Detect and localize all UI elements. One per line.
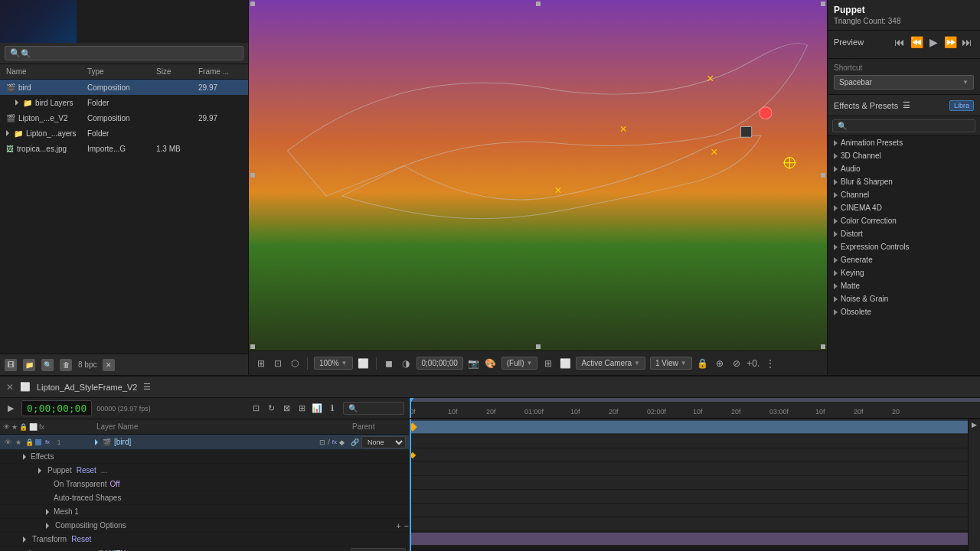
timecode-display[interactable]: 0;00;00;00	[21, 400, 92, 416]
viewer-3d-icon[interactable]: ⬡	[289, 357, 301, 370]
timeline-menu-icon[interactable]: ☰	[143, 382, 151, 392]
layer-solo-1[interactable]: ★	[14, 438, 23, 447]
tl-graph-icon[interactable]: 📊	[311, 403, 323, 415]
ruler-mark-320: 20f	[854, 408, 864, 416]
effects-item-obsolete[interactable]: Obsolete	[828, 305, 980, 318]
viewer-fit-icon[interactable]: ⬜	[358, 357, 370, 370]
effects-item-expression-controls[interactable]: Expression Controls	[828, 240, 980, 253]
transform-expand-arrow[interactable]	[23, 536, 26, 543]
effects-item-generate[interactable]: Generate	[828, 253, 980, 266]
puppet-reset-btn[interactable]: Reset	[77, 466, 96, 474]
effects-item-3d-channel[interactable]: 3D Channel	[828, 149, 980, 162]
viewer-snap-icon[interactable]: ⊕	[714, 357, 726, 370]
effects-item-color-correction[interactable]: Color Correction	[828, 214, 980, 227]
project-search-input[interactable]	[21, 49, 238, 58]
search-icon-bottom[interactable]: 🔍	[41, 359, 54, 371]
effects-item-noise-grain[interactable]: Noise & Grain	[828, 292, 980, 305]
file-row-bird[interactable]: 🎬 bird Composition 29.97	[0, 80, 248, 95]
file-row-lipton-layers[interactable]: 📁 Lipton_...ayers Folder	[0, 126, 248, 141]
track-2[interactable]	[410, 531, 980, 546]
effects-item-distort[interactable]: Distort	[828, 227, 980, 240]
preview-step-back[interactable]: ⏪	[910, 35, 923, 49]
effects-expand-arrow[interactable]	[23, 454, 26, 460]
layer-lock-1[interactable]: 🔒	[24, 438, 34, 447]
puppet-more-btn[interactable]: ...	[101, 466, 107, 474]
timeline-close-btn[interactable]: ✕	[6, 382, 14, 393]
viewer-options-icon[interactable]: ⋮	[764, 357, 776, 370]
puppet-expand-arrow[interactable]	[38, 468, 41, 474]
effects-item-blur-sharpen[interactable]: Blur & Sharpen	[828, 175, 980, 188]
quality-arrow: ▼	[527, 360, 533, 367]
tl-grid-icon[interactable]: ⊞	[296, 403, 308, 415]
timecode-display-viewer[interactable]: 0;00;00;00	[416, 357, 463, 370]
layer-keyframe-1[interactable]: ◆	[339, 439, 345, 446]
tl-info-icon[interactable]: ℹ	[326, 403, 338, 415]
tl-icon-play[interactable]: ▶	[5, 403, 17, 415]
layer-fx-1[interactable]: fx	[43, 438, 52, 447]
viewer-mask-icon[interactable]: ⊘	[730, 357, 743, 370]
trash-icon[interactable]: 🗑	[60, 359, 72, 371]
file-icon-bird: 🎬	[6, 83, 15, 92]
viewer-lock-icon[interactable]: 🔒	[697, 357, 709, 370]
new-composition-icon[interactable]: 🎞	[5, 359, 17, 371]
tl-align-icon[interactable]: ⊠	[280, 403, 292, 415]
effects-item-cinema4d[interactable]: CINEMA 4D	[828, 201, 980, 214]
effects-item-animation-presets[interactable]: Animation Presets	[828, 136, 980, 149]
layer-row-1[interactable]: 👁 ★ 🔒 fx 1 🎬 [bird] ⊡ /	[0, 435, 409, 450]
preview-skip-to-end[interactable]: ⏭	[960, 35, 974, 49]
file-row-bird-layers[interactable]: 📁 bird Layers Folder	[0, 95, 248, 110]
tl-puppet-icon[interactable]: ⊡	[250, 403, 262, 415]
preview-step-fwd[interactable]: ⏩	[943, 35, 957, 49]
comp-options-add-btn[interactable]: +	[396, 521, 400, 530]
comp-options-expand[interactable]	[46, 523, 49, 529]
on-transparent-value[interactable]: Off	[109, 480, 119, 488]
layer-fx-badge-1[interactable]: fx	[332, 439, 337, 446]
timeline-search-input[interactable]	[343, 402, 404, 415]
effects-item-channel[interactable]: Channel	[828, 188, 980, 201]
layer-parent-dropdown-2[interactable]: None	[351, 548, 406, 552]
viewer-trans-icon[interactable]: ⬜	[559, 357, 571, 370]
timeline-tracks: ▶	[410, 419, 980, 551]
shortcut-dropdown[interactable]: Spacebar ▼	[834, 75, 974, 90]
layer-parent-dropdown-1[interactable]: None	[361, 436, 406, 448]
layer-switch-1[interactable]: ⊡	[319, 439, 325, 446]
effects-item-audio[interactable]: Audio	[828, 162, 980, 175]
viewer-camera-snap-icon[interactable]: 📷	[468, 357, 480, 370]
effects-search-input[interactable]	[832, 119, 975, 132]
viewer-dots-icon[interactable]: +0.	[747, 357, 760, 370]
layer-row-2[interactable]: 👁 ★ 🔒 2 🎬 WITH... /	[0, 546, 409, 551]
zoom-dropdown[interactable]: 100% ▼	[314, 357, 353, 370]
layer-vis-1[interactable]: 👁	[3, 438, 12, 447]
viewer-color-manage-icon[interactable]: 🎨	[485, 357, 497, 370]
active-camera-dropdown[interactable]: Active Camera ▼	[576, 357, 645, 370]
viewer-safety-icon[interactable]: ⊡	[272, 357, 284, 370]
comp-options-minus-btn[interactable]: −	[404, 521, 409, 530]
viewer-exposure-icon[interactable]: ◑	[400, 357, 412, 370]
3d-channel-label: 3D Channel	[841, 152, 881, 160]
library-badge[interactable]: Libra	[949, 100, 974, 111]
quality-dropdown[interactable]: (Full) ▼	[501, 357, 538, 370]
preview-skip-to-start[interactable]: ⏮	[893, 35, 906, 49]
file-frame-bird-layers	[195, 102, 245, 103]
mesh1-expand-arrow[interactable]	[46, 509, 49, 515]
track-1[interactable]	[410, 419, 980, 435]
viewer-region-icon[interactable]: ⊞	[542, 357, 554, 370]
view-count-dropdown[interactable]: 1 View ▼	[650, 357, 692, 370]
preview-play[interactable]: ▶	[926, 35, 940, 49]
viewer-alpha-icon[interactable]: ◼	[383, 357, 395, 370]
tl-rotate-icon[interactable]: ↻	[265, 403, 277, 415]
effects-item-matte[interactable]: Matte	[828, 279, 980, 292]
work-area-bar[interactable]	[410, 398, 980, 402]
layer-expand-1[interactable]	[95, 439, 98, 445]
viewer-grid-icon[interactable]: ⊞	[255, 357, 267, 370]
file-row-lipton-v2[interactable]: 🎬 Lipton_...e_V2 Composition 29.97	[0, 110, 248, 126]
preview-section: Preview ⏮ ⏪ ▶ ⏩ ⏭	[828, 31, 980, 59]
puppet-triangle-count: Triangle Count: 348	[834, 17, 974, 25]
effects-item-keying[interactable]: Keying	[828, 266, 980, 279]
layer-motion-1[interactable]: /	[328, 439, 330, 446]
file-row-tropica[interactable]: 🖼 tropica...es.jpg Importe...G 1.3 MB	[0, 141, 248, 156]
transform-reset-btn[interactable]: Reset	[71, 535, 91, 543]
delete-icon[interactable]: ✕	[103, 359, 115, 371]
new-folder-icon[interactable]: 📁	[23, 359, 35, 371]
menu-icon[interactable]: ☰	[903, 100, 910, 110]
